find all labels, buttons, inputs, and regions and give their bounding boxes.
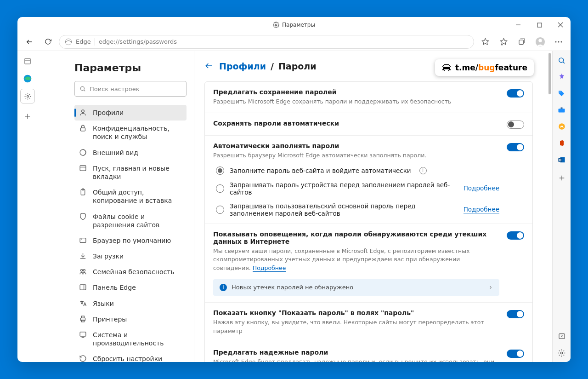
nav-refresh-button[interactable] xyxy=(40,34,55,49)
svg-point-32 xyxy=(81,239,81,239)
nav-item-family[interactable]: Семейная безопасность xyxy=(74,264,187,280)
sidebar-add-icon[interactable] xyxy=(556,172,567,184)
learn-more-link[interactable]: Подробнее xyxy=(464,206,499,213)
nav-item-printers[interactable]: Принтеры xyxy=(74,311,187,327)
svg-rect-39 xyxy=(82,316,85,318)
close-button[interactable] xyxy=(554,18,567,31)
more-button[interactable] xyxy=(551,34,566,49)
svg-point-0 xyxy=(275,24,277,26)
settings-main: t.me/bugfeature Профили / Пароли Предлаг… xyxy=(194,51,552,362)
radio-icon xyxy=(216,167,224,175)
sidebar-shopping-icon[interactable] xyxy=(556,88,567,99)
crumb-parent[interactable]: Профили xyxy=(219,61,266,71)
radio-autofill-auto[interactable]: Заполните пароль веб-сайта и войдите авт… xyxy=(213,167,499,175)
vertical-tab-rail xyxy=(17,51,38,362)
nav-item-cookies[interactable]: Файлы cookie и разрешения сайтов xyxy=(74,209,187,233)
search-input[interactable]: Поиск настроек xyxy=(74,81,187,97)
settings-tab-icon[interactable] xyxy=(20,89,35,103)
gear-icon xyxy=(273,22,279,28)
nav-item-start[interactable]: Пуск, главная и новые вкладки xyxy=(74,161,187,184)
scrollbar-thumb[interactable] xyxy=(548,53,551,94)
printer-icon xyxy=(79,315,87,323)
side-panel xyxy=(552,51,571,362)
nav-item-languages[interactable]: Языки xyxy=(74,296,187,311)
nav-item-profiles[interactable]: Профили xyxy=(74,105,187,121)
setting-autofill: Автоматически заполнять пароли Разрешить… xyxy=(205,136,532,224)
learn-more-link[interactable]: Подробнее xyxy=(253,264,286,272)
nav-item-reset[interactable]: Сбросить настройки xyxy=(74,351,187,362)
sidebar-office-icon[interactable] xyxy=(556,138,567,149)
address-bar[interactable]: Edge edge://settings/passwords xyxy=(59,35,474,49)
nav-item-privacy[interactable]: Конфиденциальность, поиск и службы xyxy=(74,121,187,144)
tab-actions-button[interactable] xyxy=(20,54,35,69)
setting-offer-save: Предлагать сохранение паролей Разрешить … xyxy=(205,82,532,113)
toggle-reveal[interactable] xyxy=(507,310,524,318)
toggle-strong[interactable] xyxy=(507,350,524,358)
sidebar-games-icon[interactable] xyxy=(556,121,567,132)
svg-rect-54 xyxy=(560,107,562,109)
svg-rect-27 xyxy=(80,166,86,171)
toolbar: Edge edge://settings/passwords xyxy=(17,33,571,51)
svg-rect-40 xyxy=(82,320,85,322)
favorites-list-button[interactable] xyxy=(496,34,511,49)
new-tab-button[interactable] xyxy=(20,109,35,124)
setting-reveal-password: Показать кнопку "Показать пароль" в поля… xyxy=(205,303,532,343)
monitor-icon xyxy=(79,331,87,339)
favorite-button[interactable] xyxy=(478,34,492,49)
person-icon xyxy=(79,109,87,117)
url-scheme: Edge xyxy=(76,38,91,45)
edge-logo-icon xyxy=(65,38,72,46)
nav-back-button[interactable] xyxy=(22,34,37,49)
toggle-leak-alerts[interactable] xyxy=(507,231,524,240)
lock-icon xyxy=(79,124,87,132)
sidebar-outlook-icon[interactable] xyxy=(556,154,567,165)
info-icon[interactable]: i xyxy=(419,167,427,174)
sidebar-settings-icon[interactable] xyxy=(556,347,567,358)
leak-alert-row[interactable]: i Новых утечек паролей не обнаружено xyxy=(213,279,499,296)
toggle-offer-save[interactable] xyxy=(507,89,524,98)
svg-point-52 xyxy=(560,91,560,92)
family-icon xyxy=(79,268,87,276)
nav-item-downloads[interactable]: Загрузки xyxy=(74,248,187,264)
nav-item-edge-bar[interactable]: Панель Edge xyxy=(74,280,187,295)
sidebar-search-icon[interactable] xyxy=(556,55,567,66)
shield-icon xyxy=(79,212,87,221)
svg-line-51 xyxy=(563,62,565,63)
svg-rect-10 xyxy=(519,40,523,44)
window-title: Параметры xyxy=(282,22,315,28)
svg-point-14 xyxy=(558,41,560,42)
nav-item-share[interactable]: Общий доступ, копирование и вставка xyxy=(74,184,187,208)
svg-point-34 xyxy=(81,270,83,271)
sidebar-tools-icon[interactable] xyxy=(556,104,567,115)
sidebar-discover-icon[interactable] xyxy=(556,71,567,82)
setting-leak-alerts: Показывать оповещения, когда пароли обна… xyxy=(205,224,532,303)
profile-avatar[interactable] xyxy=(533,34,548,49)
watermark-badge: t.me/bugfeature xyxy=(435,59,534,76)
radio-autofill-primary[interactable]: Запрашивать пользовательский основной па… xyxy=(213,202,499,217)
nav-item-system[interactable]: Система и производительность xyxy=(74,327,187,351)
svg-rect-53 xyxy=(559,109,565,112)
search-placeholder: Поиск настроек xyxy=(90,86,140,92)
toggle-auto-save[interactable] xyxy=(507,121,524,129)
svg-marker-7 xyxy=(482,38,488,44)
page-title: Параметры xyxy=(74,62,187,74)
collections-button[interactable] xyxy=(514,34,529,49)
back-arrow-icon[interactable] xyxy=(204,61,215,71)
crumb-separator: / xyxy=(271,61,274,71)
nav-item-appearance[interactable]: Внешний вид xyxy=(74,145,187,161)
svg-line-23 xyxy=(84,90,85,91)
nav-item-default-browser[interactable]: Браузер по умолчанию xyxy=(74,233,187,248)
svg-rect-25 xyxy=(81,128,85,131)
svg-point-13 xyxy=(555,41,557,42)
download-icon xyxy=(79,252,87,260)
reset-icon xyxy=(79,355,87,362)
browser-icon xyxy=(79,236,87,245)
learn-more-link[interactable]: Подробнее xyxy=(464,184,499,192)
edge-tab-icon[interactable] xyxy=(20,71,35,86)
maximize-button[interactable] xyxy=(533,18,546,31)
sidebar-collapse-icon[interactable] xyxy=(556,331,567,342)
radio-autofill-device[interactable]: Запрашивать пароль устройства перед запо… xyxy=(213,181,499,196)
toggle-autofill[interactable] xyxy=(507,143,524,151)
minimize-button[interactable] xyxy=(512,18,525,31)
setting-auto-save: Сохранять пароли автоматически xyxy=(205,113,532,136)
